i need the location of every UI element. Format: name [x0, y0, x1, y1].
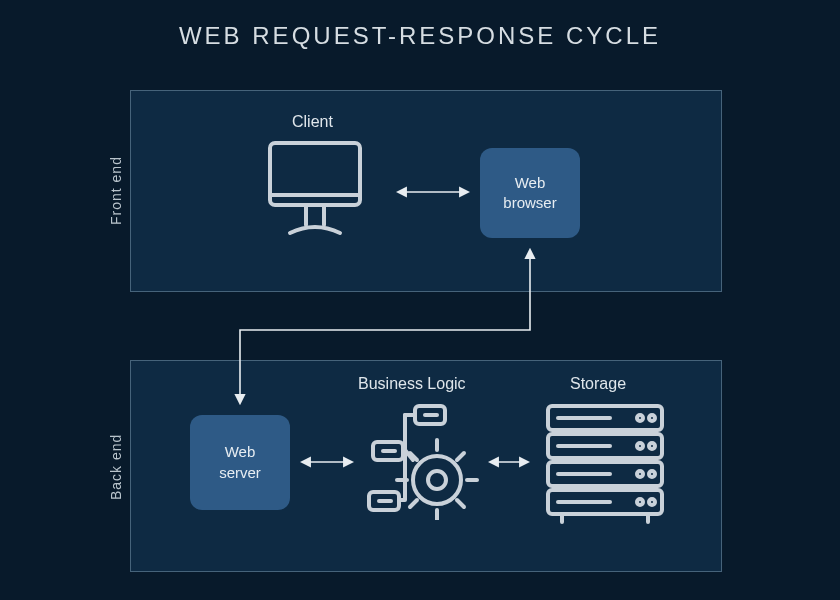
- business-logic-icon: [365, 400, 485, 520]
- front-end-panel: [130, 90, 722, 292]
- web-server-line2: server: [219, 463, 261, 483]
- svg-point-29: [649, 471, 655, 477]
- svg-line-13: [457, 500, 464, 507]
- web-browser-node: Web browser: [480, 148, 580, 238]
- svg-point-27: [649, 443, 655, 449]
- diagram-title: WEB REQUEST-RESPONSE CYCLE: [0, 22, 840, 50]
- web-server-line1: Web: [225, 442, 256, 462]
- web-browser-line2: browser: [503, 193, 556, 213]
- web-server-node: Web server: [190, 415, 290, 510]
- web-browser-line1: Web: [515, 173, 546, 193]
- svg-line-12: [410, 500, 417, 507]
- front-end-label: Front end: [108, 156, 124, 225]
- svg-point-24: [637, 415, 643, 421]
- svg-point-25: [649, 415, 655, 421]
- diagram-stage: WEB REQUEST-RESPONSE CYCLE Front end Bac…: [0, 0, 840, 600]
- business-logic-label: Business Logic: [358, 375, 466, 393]
- back-end-label: Back end: [108, 434, 124, 500]
- svg-point-4: [413, 456, 461, 504]
- client-label: Client: [292, 113, 333, 131]
- svg-point-26: [637, 443, 643, 449]
- monitor-icon: [260, 135, 370, 245]
- svg-point-5: [428, 471, 446, 489]
- svg-point-31: [649, 499, 655, 505]
- svg-point-30: [637, 499, 643, 505]
- storage-label: Storage: [570, 375, 626, 393]
- svg-point-28: [637, 471, 643, 477]
- svg-line-11: [457, 453, 464, 460]
- storage-server-icon: [540, 400, 670, 530]
